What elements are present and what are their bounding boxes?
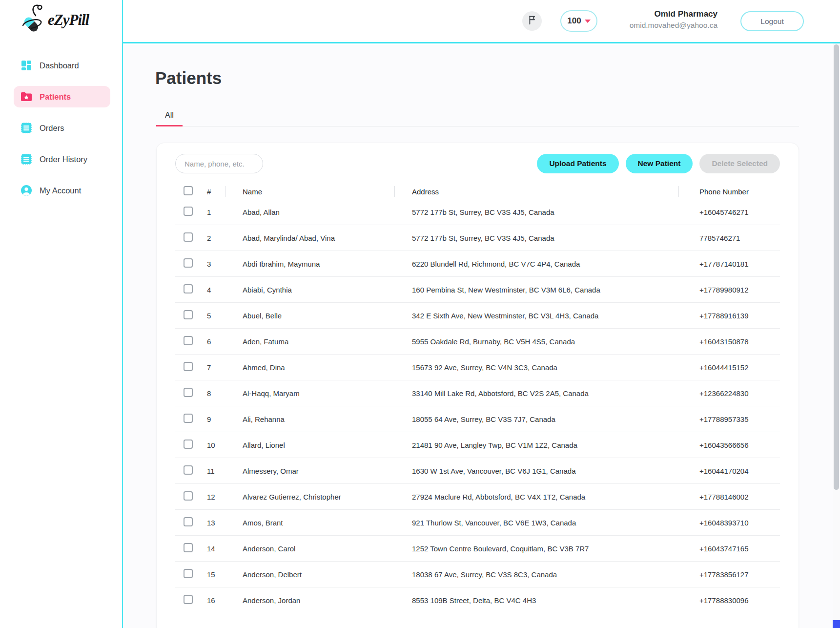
- patient-phone: +16043150878: [699, 337, 780, 346]
- sidebar-item-my-account[interactable]: My Account: [14, 180, 110, 201]
- table-row[interactable]: 13 Amos, Brant 921 Thurlow St, Vancouver…: [175, 509, 780, 535]
- main-content: Patients All Upload Patients New Patient…: [123, 45, 840, 628]
- row-number: 11: [201, 467, 243, 475]
- row-checkbox[interactable]: [184, 336, 193, 345]
- sidebar-item-label: Dashboard: [40, 61, 79, 70]
- tabs-divider: [156, 126, 799, 126]
- table-row[interactable]: 15 Anderson, Delbert 18038 67 Ave, Surre…: [175, 561, 780, 587]
- scrollbar-thumb[interactable]: [834, 44, 839, 490]
- row-checkbox[interactable]: [184, 440, 193, 449]
- patient-address: 1252 Town Centre Boulevard, Coquitlam, B…: [412, 544, 699, 553]
- patient-name: Alvarez Gutierrez, Christopher: [243, 493, 412, 501]
- table-row[interactable]: 12 Alvarez Gutierrez, Christopher 27924 …: [175, 483, 780, 509]
- table-row[interactable]: 9 Ali, Rehanna 18055 64 Ave, Surrey, BC …: [175, 406, 780, 432]
- upload-patients-button[interactable]: Upload Patients: [537, 154, 618, 173]
- table-row[interactable]: 1 Abad, Allan 5772 177b St, Surrey, BC V…: [175, 199, 780, 225]
- row-checkbox[interactable]: [184, 284, 193, 293]
- row-number: 7: [201, 363, 243, 372]
- patient-address: 5955 Oakdale Rd, Burnaby, BC V5H 4S5, Ca…: [412, 337, 699, 346]
- table-row[interactable]: 4 Abiabi, Cynthia 160 Pembina St, New We…: [175, 276, 780, 302]
- account-email: omid.movahed@yahoo.ca: [630, 20, 717, 31]
- sidebar-item-label: My Account: [40, 186, 81, 195]
- row-checkbox[interactable]: [184, 595, 193, 604]
- table-row[interactable]: 11 Almessery, Omar 1630 W 1st Ave, Vanco…: [175, 458, 780, 483]
- patient-name: Abdi Ibrahim, Maymuna: [243, 260, 412, 268]
- row-number: 8: [201, 389, 243, 398]
- sidebar: eZyPill Dashboard Patients: [0, 0, 123, 628]
- patient-name: Anderson, Carol: [243, 544, 412, 553]
- patient-phone: +17787140181: [699, 260, 780, 268]
- row-checkbox[interactable]: [184, 388, 193, 397]
- select-all-checkbox[interactable]: [184, 186, 193, 195]
- sidebar-item-label: Patients: [40, 92, 71, 102]
- sidebar-item-orders[interactable]: Orders: [14, 117, 110, 139]
- column-header-number: #: [201, 188, 243, 196]
- patient-address: 5772 177b St, Surrey, BC V3S 4J5, Canada: [412, 234, 699, 242]
- row-number: 2: [201, 234, 243, 242]
- column-divider: [394, 186, 395, 197]
- table-row[interactable]: 7 Ahmed, Dina 15673 92 Ave, Surrey, BC V…: [175, 354, 780, 380]
- patient-address: 342 E Sixth Ave, New Westminster, BC V3L…: [412, 312, 699, 320]
- row-number: 6: [201, 337, 243, 346]
- sidebar-item-label: Orders: [40, 124, 64, 133]
- patient-name: Ahmed, Dina: [243, 363, 412, 372]
- vertical-scrollbar[interactable]: [833, 43, 840, 628]
- row-checkbox[interactable]: [184, 491, 193, 501]
- new-patient-button[interactable]: New Patient: [626, 154, 693, 173]
- column-header-name: Name: [243, 188, 412, 196]
- patient-name: Abuel, Belle: [243, 312, 412, 320]
- flag-button[interactable]: [522, 11, 542, 31]
- page-size-dropdown[interactable]: 100: [560, 10, 597, 32]
- row-checkbox[interactable]: [184, 569, 193, 578]
- brand-logo: eZyPill: [20, 3, 89, 37]
- search-input[interactable]: [175, 154, 263, 173]
- delete-selected-button[interactable]: Delete Selected: [699, 154, 780, 173]
- row-checkbox[interactable]: [184, 543, 193, 552]
- table-row[interactable]: 8 Al-Haqq, Maryam 33140 Mill Lake Rd, Ab…: [175, 380, 780, 406]
- patient-address: 27924 Maclure Rd, Abbotsford, BC V4X 1T2…: [412, 493, 699, 501]
- toolbar-buttons: Upload Patients New Patient Delete Selec…: [537, 154, 780, 173]
- table-row[interactable]: 3 Abdi Ibrahim, Maymuna 6220 Blundell Rd…: [175, 251, 780, 276]
- column-divider: [225, 186, 225, 197]
- brand-name: eZyPill: [48, 11, 89, 29]
- page-size-value: 100: [567, 16, 581, 26]
- patient-name: Ali, Rehanna: [243, 415, 412, 423]
- row-checkbox[interactable]: [184, 258, 193, 268]
- table-row[interactable]: 2 Abad, Marylinda/ Abad, Vina 5772 177b …: [175, 225, 780, 251]
- row-checkbox[interactable]: [184, 465, 193, 475]
- patient-name: Anderson, Delbert: [243, 570, 412, 579]
- table-row[interactable]: 10 Allard, Lionel 21481 90 Ave, Langley …: [175, 432, 780, 458]
- chevron-down-icon: [585, 20, 591, 23]
- logout-button[interactable]: Logout: [740, 11, 804, 31]
- patient-phone: +12366224830: [699, 389, 780, 398]
- patient-name: Aden, Fatuma: [243, 337, 412, 346]
- table-header: # Name Address Phone Number: [175, 184, 780, 199]
- sidebar-nav: Dashboard Patients Orders: [14, 55, 110, 211]
- row-checkbox[interactable]: [184, 362, 193, 371]
- table-row[interactable]: 6 Aden, Fatuma 5955 Oakdale Rd, Burnaby,…: [175, 328, 780, 354]
- patient-phone: +17789980912: [699, 286, 780, 294]
- table-row[interactable]: 5 Abuel, Belle 342 E Sixth Ave, New West…: [175, 302, 780, 328]
- row-checkbox[interactable]: [184, 517, 193, 526]
- tab-all[interactable]: All: [156, 105, 183, 126]
- patient-phone: +16044415152: [699, 363, 780, 372]
- table-row[interactable]: 14 Anderson, Carol 1252 Town Centre Boul…: [175, 535, 780, 561]
- patient-phone: 7785746271: [699, 234, 780, 242]
- patient-address: 15673 92 Ave, Surrey, BC V4N 3C3, Canada: [412, 363, 699, 372]
- row-checkbox[interactable]: [184, 207, 193, 216]
- sidebar-item-dashboard[interactable]: Dashboard: [14, 55, 110, 76]
- row-checkbox[interactable]: [184, 232, 193, 242]
- sidebar-item-patients[interactable]: Patients: [14, 86, 110, 107]
- order-history-list-icon: [20, 153, 32, 165]
- column-divider: [678, 186, 679, 197]
- patient-name: Allard, Lionel: [243, 441, 412, 449]
- row-number: 3: [201, 260, 243, 268]
- row-checkbox[interactable]: [184, 310, 193, 319]
- table-row[interactable]: 16 Anderson, Jordan 8553 109B Street, De…: [175, 587, 780, 613]
- sidebar-item-order-history[interactable]: Order History: [14, 148, 110, 170]
- row-checkbox[interactable]: [184, 414, 193, 423]
- patient-address: 8553 109B Street, Delta, BC V4C 4H3: [412, 596, 699, 605]
- patient-name: Abad, Marylinda/ Abad, Vina: [243, 234, 412, 242]
- patient-phone: +17788916139: [699, 312, 780, 320]
- column-header-address: Address: [412, 188, 699, 196]
